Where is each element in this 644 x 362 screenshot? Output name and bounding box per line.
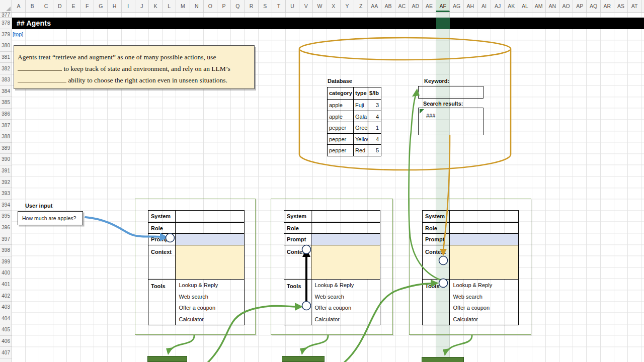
- row-header-378[interactable]: 378: [0, 18, 12, 29]
- database-cylinder-shape[interactable]: [299, 38, 511, 170]
- panel2-context-connector: [302, 245, 311, 254]
- row-header-382[interactable]: 382: [0, 63, 12, 74]
- column-header-Y[interactable]: Y: [341, 0, 354, 12]
- row-header-392[interactable]: 392: [0, 176, 12, 188]
- column-header-S[interactable]: S: [259, 0, 272, 12]
- row-header-385[interactable]: 385: [0, 97, 12, 109]
- panel3-tools-connector: [439, 279, 448, 288]
- tools-to-keyword-arrow: [409, 88, 441, 280]
- row-header-396[interactable]: 396: [0, 222, 12, 234]
- column-header-AS[interactable]: AS: [614, 0, 628, 12]
- panel1-prompt-connector: [166, 234, 175, 242]
- select-all-corner[interactable]: [0, 0, 12, 13]
- column-header-AO[interactable]: AO: [559, 0, 573, 12]
- column-header-AR[interactable]: AR: [601, 0, 614, 12]
- column-header-R[interactable]: R: [245, 0, 258, 12]
- row-header-404[interactable]: 404: [0, 313, 12, 325]
- row-header-383[interactable]: 383: [0, 74, 12, 86]
- row-header-389[interactable]: 389: [0, 143, 12, 154]
- row-header-397[interactable]: 397: [0, 233, 12, 245]
- column-header-AH[interactable]: AH: [464, 0, 477, 12]
- row-header-394[interactable]: 394: [0, 200, 12, 211]
- column-header-AT[interactable]: AT: [628, 0, 641, 12]
- panel2-tools-connector: [302, 302, 311, 310]
- row-header-407[interactable]: 407: [0, 347, 12, 358]
- column-header-F[interactable]: F: [80, 0, 94, 12]
- column-header-P[interactable]: P: [217, 0, 231, 12]
- column-header-E[interactable]: E: [67, 0, 80, 12]
- row-header-403[interactable]: 403: [0, 302, 12, 313]
- panel1-to-action-arrow: [166, 335, 194, 355]
- loop-arrow-to-panel2-tools: [207, 303, 303, 362]
- column-header-AP[interactable]: AP: [573, 0, 587, 12]
- row-header-400[interactable]: 400: [0, 267, 12, 279]
- column-header-W[interactable]: W: [313, 0, 327, 12]
- column-header-D[interactable]: D: [53, 0, 67, 12]
- row-headers: 3773783793803813823833843853863873883893…: [0, 13, 12, 362]
- column-header-AA[interactable]: AA: [368, 0, 381, 12]
- column-header-Q[interactable]: Q: [231, 0, 245, 12]
- column-header-G[interactable]: G: [94, 0, 108, 12]
- row-header-399[interactable]: 399: [0, 256, 12, 268]
- column-header-AL[interactable]: AL: [518, 0, 532, 12]
- column-header-AC[interactable]: AC: [395, 0, 409, 12]
- row-header-401[interactable]: 401: [0, 279, 12, 291]
- column-header-I[interactable]: I: [122, 0, 135, 12]
- column-header-J[interactable]: J: [135, 0, 149, 12]
- column-header-M[interactable]: M: [176, 0, 190, 12]
- column-header-X[interactable]: X: [327, 0, 341, 12]
- column-header-AI[interactable]: AI: [477, 0, 491, 12]
- tools-to-context-arrow: [302, 248, 310, 302]
- row-header-386[interactable]: 386: [0, 109, 12, 120]
- column-header-AF[interactable]: AF: [436, 0, 450, 12]
- column-header-AQ[interactable]: AQ: [587, 0, 600, 12]
- loop-arrow-to-panel3-tools: [344, 280, 439, 362]
- column-header-AJ[interactable]: AJ: [491, 0, 505, 12]
- column-header-AB[interactable]: AB: [381, 0, 395, 12]
- column-header-AE[interactable]: AE: [423, 0, 436, 12]
- panel3-to-action-arrow: [443, 335, 472, 356]
- column-header-AK[interactable]: AK: [505, 0, 518, 12]
- row-header-405[interactable]: 405: [0, 324, 12, 336]
- user-input-arrow: [86, 217, 168, 241]
- row-header-384[interactable]: 384: [0, 86, 12, 98]
- column-header-AD[interactable]: AD: [409, 0, 423, 12]
- column-headers: ABCDEFGHIJKLMNOPQRSTUVWXYZAAABACADAEAFAG…: [0, 0, 644, 13]
- column-header-H[interactable]: H: [108, 0, 121, 12]
- search-results-to-context-arrow: [440, 135, 450, 256]
- connector-overlay: [0, 0, 644, 362]
- row-header-395[interactable]: 395: [0, 211, 12, 222]
- row-header-387[interactable]: 387: [0, 120, 12, 131]
- column-header-Z[interactable]: Z: [354, 0, 368, 12]
- column-header-B[interactable]: B: [26, 0, 39, 12]
- column-header-N[interactable]: N: [190, 0, 204, 12]
- row-header-380[interactable]: 380: [0, 40, 12, 52]
- column-header-K[interactable]: K: [149, 0, 163, 12]
- row-header-391[interactable]: 391: [0, 165, 12, 177]
- column-header-AG[interactable]: AG: [450, 0, 463, 12]
- row-header-381[interactable]: 381: [0, 52, 12, 63]
- row-header-390[interactable]: 390: [0, 154, 12, 165]
- row-header-406[interactable]: 406: [0, 336, 12, 347]
- column-header-T[interactable]: T: [272, 0, 286, 12]
- column-header-O[interactable]: O: [204, 0, 217, 12]
- row-header-398[interactable]: 398: [0, 245, 12, 256]
- row-header-377[interactable]: 377: [0, 13, 12, 18]
- column-header-U[interactable]: U: [286, 0, 299, 12]
- column-header-V[interactable]: V: [299, 0, 313, 12]
- column-header-A[interactable]: A: [12, 0, 26, 12]
- panel3-context-connector: [439, 256, 448, 265]
- row-header-393[interactable]: 393: [0, 188, 12, 200]
- panel2-to-action-arrow: [300, 335, 328, 355]
- column-header-C[interactable]: C: [39, 0, 53, 12]
- row-header-388[interactable]: 388: [0, 131, 12, 143]
- row-header-402[interactable]: 402: [0, 290, 12, 302]
- column-header-AM[interactable]: AM: [532, 0, 546, 12]
- row-header-379[interactable]: 379: [0, 29, 12, 41]
- column-header-L[interactable]: L: [163, 0, 176, 12]
- spreadsheet-stage: ## Agents [top] Agents treat “retrieve a…: [0, 0, 644, 362]
- column-header-AN[interactable]: AN: [546, 0, 559, 12]
